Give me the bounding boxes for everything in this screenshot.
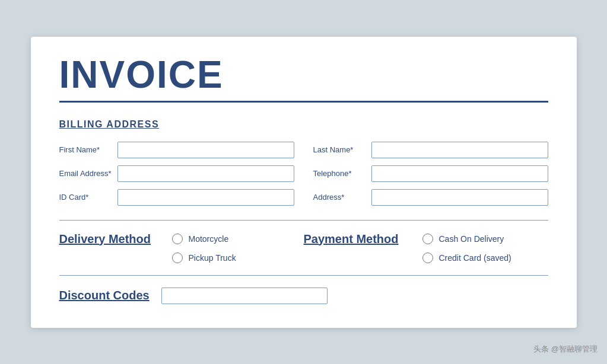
address-input[interactable] xyxy=(371,189,548,206)
invoice-card: INVOICE BILLING ADDRESS First Name* Last… xyxy=(31,37,577,328)
last-name-input[interactable] xyxy=(371,142,548,158)
delivery-payment-row: Delivery Method Motorcycle Pickup Truck … xyxy=(59,232,548,263)
payment-cod-label: Cash On Delivery xyxy=(439,234,504,244)
billing-form: First Name* Last Name* Email Address* Te… xyxy=(59,142,548,206)
payment-credit-label: Credit Card (saved) xyxy=(439,253,511,263)
delivery-options: Motorcycle Pickup Truck xyxy=(172,232,236,263)
payment-cod-radio[interactable] xyxy=(422,234,433,244)
address-label: Address* xyxy=(313,193,367,202)
telephone-label: Telephone* xyxy=(313,169,367,178)
invoice-title: INVOICE xyxy=(59,56,548,94)
first-name-label: First Name* xyxy=(59,145,113,154)
last-name-label: Last Name* xyxy=(313,145,367,154)
delivery-label: Delivery Method xyxy=(59,232,172,246)
telephone-input[interactable] xyxy=(371,165,548,182)
last-name-field: Last Name* xyxy=(313,142,548,158)
id-card-input[interactable] xyxy=(117,189,294,206)
delivery-pickup-radio[interactable] xyxy=(172,253,183,263)
discount-input[interactable] xyxy=(161,288,328,304)
section-divider-2 xyxy=(59,275,548,276)
payment-credit-radio[interactable] xyxy=(422,253,433,263)
delivery-pickup-label: Pickup Truck xyxy=(189,253,236,263)
first-name-field: First Name* xyxy=(59,142,294,158)
delivery-motorcycle-label: Motorcycle xyxy=(189,234,229,244)
email-label: Email Address* xyxy=(59,169,113,178)
title-divider xyxy=(59,101,548,103)
payment-cod[interactable]: Cash On Delivery xyxy=(422,234,511,244)
address-field: Address* xyxy=(313,189,548,206)
payment-section: Payment Method Cash On Delivery Credit C… xyxy=(304,232,548,263)
delivery-motorcycle[interactable]: Motorcycle xyxy=(172,234,236,244)
id-card-label: ID Card* xyxy=(59,193,113,202)
watermark: 头条 @智融聊管理 xyxy=(533,344,598,355)
delivery-section: Delivery Method Motorcycle Pickup Truck xyxy=(59,232,304,263)
first-name-input[interactable] xyxy=(117,142,294,158)
billing-heading: BILLING ADDRESS xyxy=(59,119,548,130)
email-field: Email Address* xyxy=(59,165,294,182)
delivery-pickup[interactable]: Pickup Truck xyxy=(172,253,236,263)
telephone-field: Telephone* xyxy=(313,165,548,182)
email-input[interactable] xyxy=(117,165,294,182)
payment-credit[interactable]: Credit Card (saved) xyxy=(422,253,511,263)
discount-row: Discount Codes xyxy=(59,288,548,304)
payment-label: Payment Method xyxy=(304,232,422,246)
id-card-field: ID Card* xyxy=(59,189,294,206)
section-divider-1 xyxy=(59,220,548,221)
discount-label: Discount Codes xyxy=(59,289,150,302)
delivery-motorcycle-radio[interactable] xyxy=(172,234,183,244)
payment-options: Cash On Delivery Credit Card (saved) xyxy=(422,232,511,263)
